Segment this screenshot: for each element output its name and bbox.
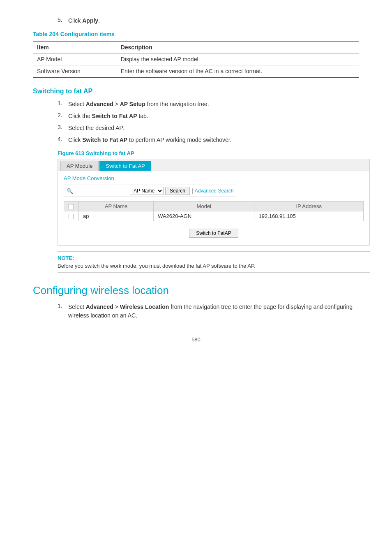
step-4-text: Click Switch to Fat AP to perform AP wor… bbox=[68, 136, 359, 144]
step-3-num: 3. bbox=[58, 124, 65, 132]
select-all-checkbox[interactable] bbox=[69, 204, 74, 209]
ap-setup-bold: AP Setup bbox=[120, 101, 145, 107]
switch-fatap-button[interactable]: Switch to FatAP bbox=[189, 229, 238, 238]
switching-section-heading: Switching to fat AP bbox=[33, 88, 359, 95]
pipe-separator: | bbox=[191, 188, 193, 194]
ap-name-select[interactable]: AP Name bbox=[130, 187, 164, 195]
ui-body: AP Mode Conversion 🔍 AP Name Search | Ad… bbox=[58, 171, 369, 245]
wireless-step-1-num: 1. bbox=[58, 303, 65, 320]
ap-list-table: AP Name Model IP Address ap WA2620-AGN 1… bbox=[64, 201, 364, 221]
page-number: 580 bbox=[33, 336, 359, 343]
search-row: 🔍 AP Name Search | Advanced Search bbox=[64, 185, 236, 197]
step-1-num: 1. bbox=[58, 100, 65, 109]
search-magnifier-icon: 🔍 bbox=[67, 188, 73, 194]
switching-step-2: 2. Click the Switch to Fat AP tab. bbox=[58, 112, 359, 121]
advanced-bold: Advanced bbox=[86, 101, 113, 107]
search-button[interactable]: Search bbox=[165, 187, 190, 195]
switch-fat-ap-bold: Switch to Fat AP bbox=[82, 137, 127, 143]
note-box: NOTE: Before you switch the work mode, y… bbox=[58, 251, 370, 273]
switch-fat-ap-tab-bold: Switch to Fat AP bbox=[92, 113, 137, 119]
table-row: Software Version Enter the software vers… bbox=[33, 65, 359, 78]
item-ap-model: AP Model bbox=[33, 53, 117, 65]
ui-section-label: AP Mode Conversion bbox=[64, 175, 364, 181]
step-3-text: Select the desired AP. bbox=[68, 124, 359, 132]
advanced-bold-2: Advanced bbox=[86, 304, 113, 310]
note-label: NOTE: bbox=[58, 255, 370, 261]
switching-step-1: 1. Select Advanced > AP Setup from the n… bbox=[58, 100, 359, 109]
step-5-num: 5. bbox=[58, 16, 65, 25]
advanced-search-link[interactable]: Advanced Search bbox=[195, 188, 234, 194]
desc-software-version: Enter the software version of the AC in … bbox=[117, 65, 359, 78]
tab-bar: AP Module Switch to Fat AP bbox=[58, 159, 369, 171]
wireless-step-1: 1. Select Advanced > Wireless Location f… bbox=[58, 303, 359, 320]
col-ip-header: IP Address bbox=[254, 202, 364, 211]
col-item: Item bbox=[33, 41, 117, 53]
row-checkbox[interactable] bbox=[69, 214, 74, 219]
item-software-version: Software Version bbox=[33, 65, 117, 78]
col-ap-name-header: AP Name bbox=[79, 202, 154, 211]
config-table: Item Description AP Model Display the se… bbox=[33, 41, 359, 78]
tab-switch-fat-ap[interactable]: Switch to Fat AP bbox=[99, 161, 151, 171]
ui-mockup-figure-613: AP Module Switch to Fat AP AP Mode Conve… bbox=[58, 159, 370, 246]
wireless-location-bold: Wireless Location bbox=[120, 304, 169, 310]
wireless-step-1-text: Select Advanced > Wireless Location from… bbox=[68, 303, 359, 320]
search-input[interactable] bbox=[75, 188, 128, 194]
tab-ap-module[interactable]: AP Module bbox=[60, 161, 99, 171]
col-model-header: Model bbox=[154, 202, 254, 211]
desc-ap-model: Display the selected AP model. bbox=[117, 53, 359, 65]
ip-cell: 192.168.91.105 bbox=[254, 211, 364, 221]
table-title: Table 204 Configuration items bbox=[33, 31, 359, 37]
ap-name-cell: ap bbox=[79, 211, 154, 221]
row-checkbox-cell bbox=[64, 211, 79, 221]
step-2-num: 2. bbox=[58, 112, 65, 121]
table-row: AP Model Display the selected AP model. bbox=[33, 53, 359, 65]
table-row: ap WA2620-AGN 192.168.91.105 bbox=[64, 211, 364, 221]
apply-bold: Apply bbox=[82, 17, 98, 24]
figure-613-label: Figure 613 Switching to fat AP bbox=[58, 150, 359, 156]
model-cell: WA2620-AGN bbox=[154, 211, 254, 221]
step-1-text: Select Advanced > AP Setup from the navi… bbox=[68, 100, 359, 109]
col-description: Description bbox=[117, 41, 359, 53]
step-2-text: Click the Switch to Fat AP tab. bbox=[68, 112, 359, 121]
step-4-num: 4. bbox=[58, 136, 65, 144]
switching-step-4: 4. Click Switch to Fat AP to perform AP … bbox=[58, 136, 359, 144]
switch-fatap-btn-row: Switch to FatAP bbox=[64, 225, 364, 241]
wireless-location-heading: Configuring wireless location bbox=[33, 284, 359, 297]
note-text: Before you switch the work mode, you mus… bbox=[58, 263, 370, 269]
switching-step-3: 3. Select the desired AP. bbox=[58, 124, 359, 132]
col-checkbox-header bbox=[64, 202, 79, 211]
step-5-text: Click Apply. bbox=[68, 16, 359, 25]
step-5: 5. Click Apply. bbox=[58, 16, 359, 25]
